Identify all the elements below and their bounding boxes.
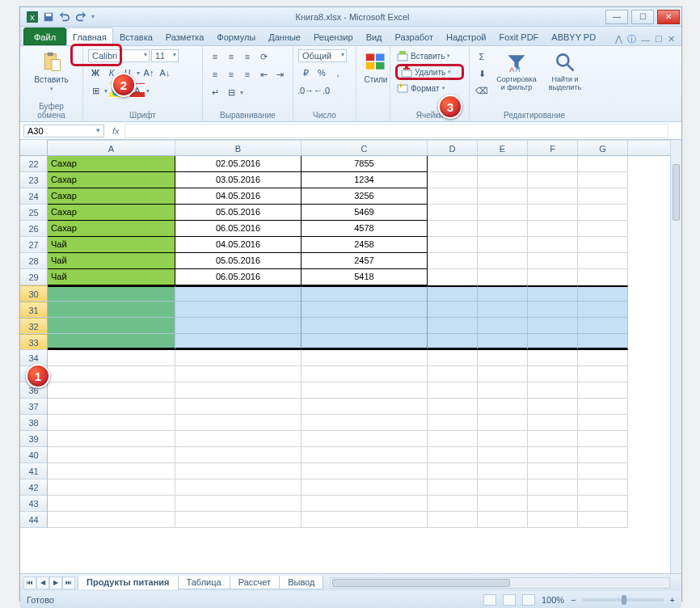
cell[interactable] [528, 302, 578, 318]
cell[interactable] [528, 188, 578, 205]
cell[interactable] [528, 156, 578, 172]
cell[interactable] [175, 285, 302, 302]
cell[interactable] [578, 512, 628, 528]
cell[interactable] [428, 318, 478, 334]
formula-input[interactable] [124, 124, 668, 138]
cell[interactable] [428, 302, 478, 318]
row-header[interactable]: 23 [20, 172, 48, 188]
cell[interactable] [175, 366, 302, 382]
cell[interactable] [48, 496, 175, 512]
find-select-button[interactable]: Найти и выделить [544, 49, 586, 98]
cell[interactable] [48, 447, 175, 463]
sheet-tab-2[interactable]: Рассчет [230, 576, 280, 589]
cell[interactable] [48, 479, 175, 496]
cell[interactable] [528, 205, 578, 221]
cell[interactable] [428, 399, 478, 415]
merge-center-icon[interactable]: ⊟ [224, 85, 238, 99]
cell[interactable]: 06.05.2016 [175, 221, 302, 237]
col-header-f[interactable]: F [528, 141, 578, 155]
cell[interactable] [302, 334, 428, 350]
clear-icon[interactable]: ⌫ [474, 83, 489, 98]
cell[interactable] [428, 496, 478, 512]
cell[interactable] [478, 431, 528, 447]
cell[interactable] [478, 253, 528, 269]
cell[interactable] [528, 285, 578, 302]
name-box[interactable]: A30 [23, 125, 104, 137]
comma-icon[interactable]: , [331, 65, 345, 80]
cell[interactable] [578, 431, 628, 447]
cell[interactable] [528, 479, 578, 496]
row-header[interactable]: 26 [20, 221, 48, 237]
cell[interactable] [478, 269, 528, 285]
col-header-d[interactable]: D [428, 141, 478, 155]
cell[interactable] [428, 188, 478, 205]
cell[interactable] [428, 253, 478, 269]
align-right-icon[interactable]: ≡ [240, 67, 255, 82]
cell[interactable] [428, 350, 478, 366]
cell[interactable] [478, 382, 528, 399]
mdi-min-icon[interactable]: — [641, 35, 650, 44]
cell[interactable]: Чай [48, 269, 175, 285]
tab-view[interactable]: Вид [360, 27, 389, 45]
cell[interactable] [428, 382, 478, 399]
cell[interactable] [428, 156, 478, 172]
cell[interactable] [578, 237, 628, 253]
cell[interactable] [478, 447, 528, 463]
cell[interactable] [528, 237, 578, 253]
row-header[interactable]: 22 [20, 156, 48, 172]
cell[interactable] [175, 318, 302, 334]
sheet-nav-next[interactable]: ▶ [49, 576, 62, 589]
cell[interactable] [478, 334, 528, 350]
cell[interactable]: 06.05.2016 [175, 269, 302, 285]
cell[interactable] [302, 350, 428, 366]
cell[interactable] [175, 496, 302, 512]
cell[interactable] [578, 205, 628, 221]
cell[interactable] [478, 205, 528, 221]
cell[interactable] [478, 463, 528, 479]
tab-addins[interactable]: Надстрой [440, 27, 492, 45]
row-header[interactable]: 29 [20, 269, 48, 285]
cell[interactable] [478, 496, 528, 512]
help-icon[interactable]: ⓘ [627, 33, 636, 45]
bold-button[interactable]: Ж [88, 65, 103, 80]
cell[interactable] [175, 350, 302, 366]
percent-icon[interactable]: % [314, 65, 329, 80]
cell[interactable] [578, 285, 628, 302]
format-cells-button[interactable]: Формат ▾ [395, 82, 464, 95]
cell[interactable] [578, 447, 628, 463]
cell[interactable]: Сахар [48, 172, 175, 188]
autosum-icon[interactable]: Σ [474, 49, 489, 64]
cell-grid[interactable]: Сахар02.05.20167855Сахар03.05.20161234Са… [48, 156, 670, 573]
number-format-dropdown[interactable]: Общий [298, 49, 347, 62]
row-header[interactable]: 38 [20, 415, 48, 431]
row-header[interactable]: 39 [20, 431, 48, 447]
cell[interactable] [302, 496, 428, 512]
file-tab[interactable]: Файл [23, 27, 66, 45]
row-header[interactable]: 25 [20, 205, 48, 221]
cell[interactable] [478, 415, 528, 431]
cell[interactable] [302, 318, 428, 334]
cell[interactable] [48, 431, 175, 447]
cell[interactable] [48, 302, 175, 318]
cell[interactable] [578, 318, 628, 334]
vscroll-thumb[interactable] [673, 164, 680, 221]
cell[interactable] [302, 479, 428, 496]
cell[interactable] [578, 221, 628, 237]
view-layout-button[interactable] [503, 594, 516, 606]
cell[interactable] [578, 188, 628, 205]
cell[interactable] [478, 285, 528, 302]
cell[interactable]: 04.05.2016 [175, 188, 302, 205]
row-header[interactable]: 28 [20, 253, 48, 269]
cell[interactable] [528, 221, 578, 237]
horizontal-scrollbar[interactable] [330, 577, 670, 589]
cell[interactable] [528, 399, 578, 415]
cell[interactable] [478, 188, 528, 205]
cell[interactable] [428, 431, 478, 447]
cell[interactable] [302, 415, 428, 431]
cell[interactable] [478, 237, 528, 253]
col-header-b[interactable]: B [175, 141, 302, 155]
minimize-button[interactable]: — [605, 10, 628, 24]
tab-developer[interactable]: Разработ [389, 27, 440, 45]
cell[interactable]: 4578 [302, 221, 428, 237]
cell[interactable] [48, 382, 175, 399]
